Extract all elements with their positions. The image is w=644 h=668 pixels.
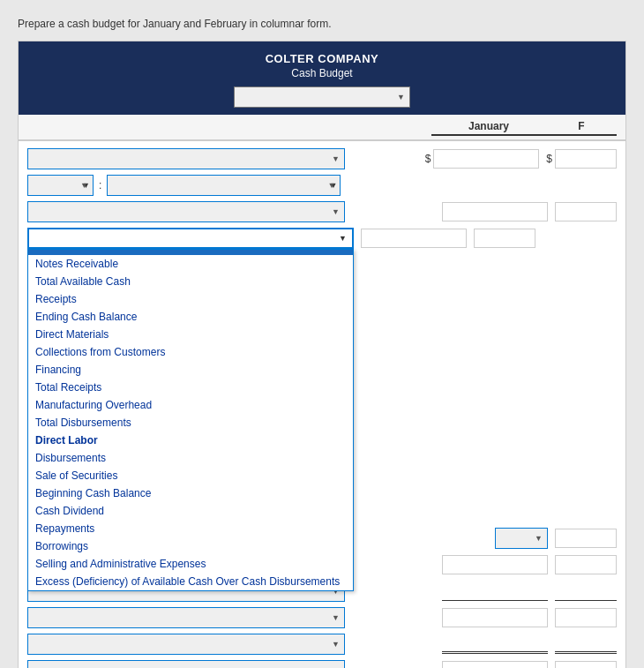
dropdown-item-manufacturing[interactable]: Manufacturing Overhead bbox=[28, 396, 353, 414]
row-simple-4-jan[interactable] bbox=[442, 634, 548, 654]
row-simple-5-label bbox=[27, 660, 442, 668]
instruction-text: Prepare a cash budget for January and Fe… bbox=[18, 18, 626, 30]
row-simple-5 bbox=[27, 660, 617, 668]
row-simple-5-select-wrapper[interactable] bbox=[27, 660, 345, 668]
row-simple-3 bbox=[27, 607, 617, 628]
dropdown-item-collections[interactable]: Collections from Customers bbox=[28, 343, 353, 361]
row-4-feb-input[interactable] bbox=[474, 229, 535, 248]
row-1-feb-group: $ bbox=[546, 149, 617, 169]
row-3-select[interactable] bbox=[27, 201, 345, 222]
row-simple-2-jan[interactable] bbox=[442, 582, 548, 601]
row-simple-2-feb[interactable] bbox=[555, 582, 617, 601]
open-dropdown-container: Notes Receivable Total Available Cash Re… bbox=[27, 228, 617, 249]
row-simple-5-select[interactable] bbox=[27, 660, 345, 668]
dropdown-item-direct-materials[interactable]: Direct Materials bbox=[28, 326, 353, 343]
row-simple-3-feb[interactable] bbox=[555, 608, 617, 627]
row-1: $ $ bbox=[27, 148, 617, 169]
row-simple-4-select[interactable] bbox=[27, 634, 345, 655]
dropdown-item-ending-cash[interactable]: Ending Cash Balance bbox=[28, 308, 353, 326]
main-container: COLTER COMPANY Cash Budget January F bbox=[18, 41, 626, 668]
budget-title: Cash Budget bbox=[27, 67, 617, 79]
row-4-trigger-row bbox=[27, 228, 617, 249]
dropdown-item-sale-securities[interactable]: Sale of Securities bbox=[28, 467, 353, 484]
row-3 bbox=[27, 201, 617, 222]
row-extra-select2-wrapper[interactable] bbox=[495, 528, 548, 549]
label-col bbox=[27, 120, 431, 136]
dropdown-item-total-receipts[interactable]: Total Receipts bbox=[28, 379, 353, 396]
dropdown-item-notes-receivable[interactable]: Notes Receivable bbox=[28, 255, 353, 273]
dropdown-item-total-disbursements[interactable]: Total Disbursements bbox=[28, 414, 353, 432]
period-select[interactable] bbox=[234, 86, 410, 108]
company-name: COLTER COMPANY bbox=[27, 52, 617, 65]
row-simple-4-label bbox=[27, 634, 442, 655]
row-simple-3-label bbox=[27, 607, 442, 628]
dropdown-item-total-available[interactable]: Total Available Cash bbox=[28, 273, 353, 290]
row-simple-4-select-wrapper[interactable] bbox=[27, 634, 345, 655]
content-area: $ $ ▼ : ▼ bbox=[19, 141, 625, 668]
row-simple-4-feb[interactable] bbox=[555, 634, 617, 654]
row-simple-1-feb[interactable] bbox=[555, 555, 617, 574]
row-1-label bbox=[27, 148, 425, 169]
row-2-select2-wrapper[interactable]: ▼ bbox=[107, 175, 341, 196]
row-2-select1[interactable] bbox=[27, 175, 94, 196]
row-2-select2[interactable] bbox=[107, 175, 341, 196]
dropdown-item-receipts[interactable]: Receipts bbox=[28, 290, 353, 308]
colon-separator: : bbox=[99, 179, 101, 191]
row-simple-4 bbox=[27, 634, 617, 655]
row-simple-3-jan[interactable] bbox=[442, 608, 548, 627]
row-extra-select2[interactable] bbox=[495, 528, 548, 549]
row-simple-3-select[interactable] bbox=[27, 607, 345, 628]
row-extra-feb-input[interactable] bbox=[555, 529, 617, 548]
row-simple-5-feb[interactable] bbox=[555, 661, 617, 668]
row-3-jan-input[interactable] bbox=[442, 202, 548, 221]
row-4-jan-input[interactable] bbox=[361, 229, 467, 248]
column-headers: January F bbox=[19, 115, 625, 141]
row-1-select-wrapper[interactable] bbox=[27, 148, 345, 169]
row-1-select[interactable] bbox=[27, 148, 345, 169]
dropdown-item-direct-labor[interactable]: Direct Labor bbox=[28, 432, 353, 449]
row-2-select1-wrapper[interactable]: ▼ bbox=[27, 175, 94, 196]
row-simple-5-jan[interactable] bbox=[442, 661, 548, 668]
dropdown-item-selling[interactable]: Selling and Administrative Expenses bbox=[28, 555, 353, 573]
row-3-select-wrapper[interactable] bbox=[27, 201, 345, 222]
dropdown-item-excess[interactable]: Excess (Deficiency) of Available Cash Ov… bbox=[28, 573, 353, 590]
dropdown-item-disbursements[interactable]: Disbursements bbox=[28, 449, 353, 467]
dropdown-item-financing[interactable]: Financing bbox=[28, 361, 353, 379]
january-header: January bbox=[431, 120, 546, 136]
row-2: ▼ : ▼ bbox=[27, 175, 617, 196]
dropdown-item-borrowings[interactable]: Borrowings bbox=[28, 537, 353, 555]
open-dropdown-trigger[interactable] bbox=[27, 228, 354, 249]
period-select-wrapper[interactable] bbox=[234, 86, 410, 108]
row-simple-3-select-wrapper[interactable] bbox=[27, 607, 345, 628]
dropdown-item-beginning-cash[interactable]: Beginning Cash Balance bbox=[28, 484, 353, 502]
row-1-jan-input[interactable] bbox=[433, 149, 539, 169]
header: COLTER COMPANY Cash Budget bbox=[19, 41, 625, 115]
row-3-feb-input[interactable] bbox=[555, 202, 617, 221]
dropdown-item-cash-dividend[interactable]: Cash Dividend bbox=[28, 502, 353, 520]
february-header: F bbox=[546, 120, 617, 136]
row-1-feb-input[interactable] bbox=[555, 149, 617, 169]
row-simple-1-jan[interactable] bbox=[442, 555, 548, 574]
dropdown-list: Notes Receivable Total Available Cash Re… bbox=[27, 249, 354, 591]
dollar-sign-1: $ bbox=[425, 153, 431, 165]
dollar-sign-2: $ bbox=[546, 153, 552, 165]
row-3-label bbox=[27, 201, 442, 222]
row-1-jan-group: $ bbox=[425, 149, 547, 169]
dropdown-item-repayments[interactable]: Repayments bbox=[28, 520, 353, 537]
